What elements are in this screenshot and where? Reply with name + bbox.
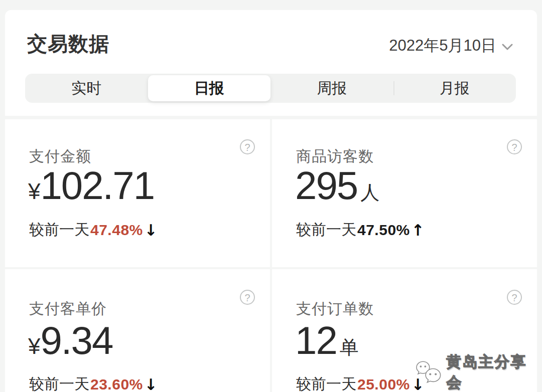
arrow-down-icon: ↓	[145, 375, 158, 392]
metric-label: 支付订单数	[296, 299, 374, 319]
change-percent: 25.00%	[357, 376, 410, 392]
metric-number: 295	[295, 163, 357, 209]
metric-label: 支付客单价	[29, 299, 107, 319]
help-icon[interactable]: ?	[240, 139, 255, 154]
metric-card-payment-amount[interactable]: 支付金额 ? ¥ 102.71 较前一天 47.48% ↓	[5, 119, 270, 267]
date-picker[interactable]: 2022年5月10日	[389, 35, 513, 56]
metric-unit: 单	[340, 335, 359, 360]
metric-card-product-visitors[interactable]: 商品访客数 ? 295 人 较前一天 47.50% ↑	[272, 119, 537, 267]
chevron-down-icon	[502, 43, 513, 51]
currency-symbol: ¥	[28, 179, 40, 204]
report-period-tabs: 实时 日报 周报 月报	[25, 74, 516, 103]
compare-prefix: 较前一天	[29, 220, 89, 240]
header-card: 交易数据 2022年5月10日 实时 日报 周报 月报	[5, 10, 537, 116]
help-icon[interactable]: ?	[240, 290, 255, 305]
metric-value: 295 人	[295, 163, 379, 209]
metric-change: 较前一天 47.48% ↓	[29, 220, 158, 240]
metric-unit: 人	[360, 180, 379, 206]
page-title: 交易数据	[27, 30, 109, 58]
tab-realtime[interactable]: 实时	[25, 74, 148, 103]
metric-number: 9.34	[40, 318, 112, 363]
metric-change: 较前一天 23.60% ↓	[29, 374, 158, 392]
tab-daily[interactable]: 日报	[148, 75, 271, 101]
arrow-down-icon: ↓	[145, 221, 158, 239]
currency-symbol: ¥	[28, 334, 40, 359]
help-icon[interactable]: ?	[507, 139, 522, 154]
compare-prefix: 较前一天	[296, 374, 356, 392]
metric-change: 较前一天 47.50% ↑	[296, 220, 425, 240]
compare-prefix: 较前一天	[296, 220, 356, 240]
compare-prefix: 较前一天	[29, 374, 89, 392]
metric-value: 12 单	[295, 318, 359, 363]
arrow-up-icon: ↑	[412, 221, 425, 239]
change-percent: 47.48%	[90, 222, 143, 239]
metric-card-avg-payment-per-customer[interactable]: 支付客单价 ? ¥ 9.34 较前一天 23.60% ↓	[5, 269, 270, 392]
arrow-down-icon: ↓	[412, 375, 425, 392]
metric-value: ¥ 9.34	[28, 318, 115, 363]
help-icon[interactable]: ?	[507, 290, 522, 305]
metric-number: 12	[295, 318, 337, 363]
change-percent: 47.50%	[357, 222, 410, 239]
metric-number: 102.71	[40, 163, 154, 209]
metric-card-payment-orders[interactable]: 支付订单数 ? 12 单 较前一天 25.00% ↓	[272, 269, 537, 392]
change-percent: 23.60%	[90, 376, 143, 392]
metric-value: ¥ 102.71	[28, 163, 157, 209]
date-picker-value: 2022年5月10日	[389, 35, 496, 56]
tab-weekly[interactable]: 周报	[270, 74, 393, 103]
tab-monthly[interactable]: 月报	[393, 74, 516, 103]
metric-change: 较前一天 25.00% ↓	[296, 374, 425, 392]
